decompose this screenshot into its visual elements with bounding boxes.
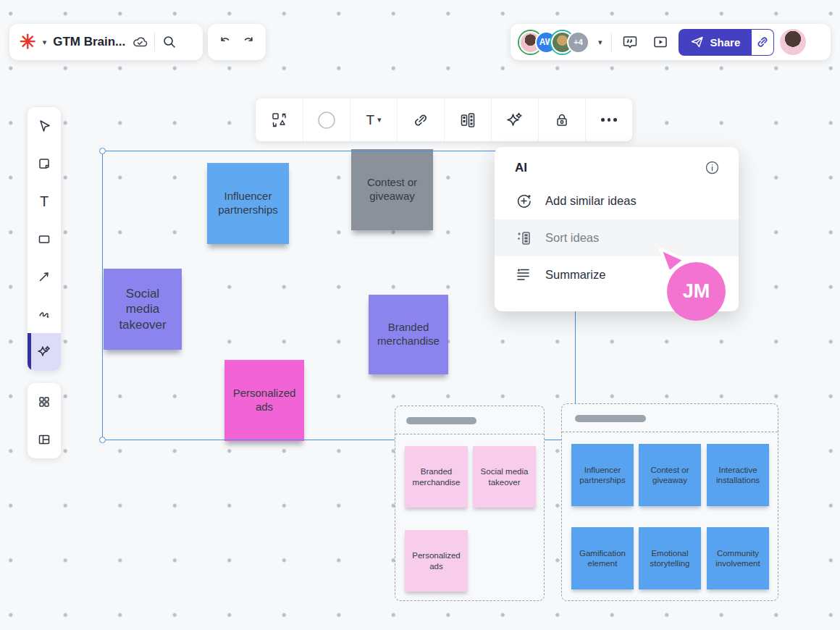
text-style-button[interactable]: T ▾ <box>350 98 397 141</box>
switch-shape-icon <box>270 111 289 130</box>
divider <box>154 33 155 51</box>
tools-panel: T <box>28 107 61 371</box>
sticky-note[interactable]: Interactive installations <box>707 444 769 506</box>
current-user-avatar[interactable] <box>780 29 806 55</box>
group-divider <box>395 434 544 434</box>
sticky-note[interactable]: Personalized ads <box>405 530 468 592</box>
color-button[interactable] <box>303 98 350 141</box>
more-options-button[interactable] <box>585 98 632 141</box>
grid-icon <box>37 395 51 409</box>
text-tool-button[interactable]: T <box>28 182 61 220</box>
selection-handle[interactable] <box>99 437 106 443</box>
collaborator-overflow-badge[interactable]: +4 <box>567 31 589 54</box>
text-style-icon: T <box>366 112 374 128</box>
sticky-note[interactable]: Community involvement <box>707 527 769 589</box>
sticky-note-tool-button[interactable] <box>28 145 61 182</box>
info-icon[interactable] <box>705 160 720 175</box>
color-circle-icon <box>316 110 337 130</box>
lock-button[interactable] <box>538 98 585 141</box>
doc-title[interactable]: GTM Brain... <box>53 35 125 49</box>
doc-menu-caret-icon[interactable]: ▾ <box>43 38 47 47</box>
add-similar-ideas-icon <box>515 192 533 210</box>
share-split-button: Share <box>679 29 775 56</box>
templates-button[interactable] <box>28 383 61 421</box>
sticky-note[interactable]: Branded merchandise <box>405 446 468 508</box>
collaborator-cursor: JM <box>648 243 692 286</box>
cursor-icon <box>37 119 51 133</box>
draw-tool-button[interactable] <box>28 295 61 333</box>
selection-handle[interactable] <box>99 148 106 154</box>
sticky-note[interactable]: Contest or giveaway <box>639 444 701 506</box>
sticky-note[interactable]: Influencer partnerships <box>571 444 634 506</box>
frameworks-button[interactable] <box>28 421 61 458</box>
select-tool-button[interactable] <box>28 107 61 145</box>
copy-link-button[interactable] <box>752 29 774 56</box>
cloud-saved-icon <box>132 34 148 50</box>
menu-item-label: Summarize <box>545 268 605 282</box>
document-card: ✳ ▾ GTM Brain... <box>9 24 203 60</box>
ai-menu-title: AI <box>515 161 527 175</box>
arrow-tool-button[interactable] <box>28 258 61 295</box>
text-style-caret-icon: ▾ <box>377 115 382 125</box>
group-title-placeholder <box>406 417 476 424</box>
sticky-note[interactable]: Social media takeover <box>473 446 536 508</box>
link-icon <box>412 112 429 129</box>
share-button[interactable]: Share <box>679 29 752 56</box>
sticky-note-icon <box>37 156 51 171</box>
rectangle-icon <box>37 232 51 246</box>
app-logo-icon[interactable]: ✳ <box>20 33 36 52</box>
scribble-icon <box>37 307 51 322</box>
menu-item-add-similar-ideas[interactable]: Add similar ideas <box>495 182 739 219</box>
lock-icon <box>553 112 571 129</box>
sticky-note[interactable]: Gamification element <box>571 527 634 589</box>
link-button[interactable] <box>397 98 444 141</box>
text-tool-icon: T <box>40 193 49 210</box>
shape-tool-button[interactable] <box>28 220 61 258</box>
group-title-placeholder <box>575 415 646 422</box>
ai-sparkle-icon <box>504 109 526 131</box>
undo-icon[interactable] <box>217 34 233 50</box>
video-walkthrough-icon[interactable] <box>648 33 673 51</box>
avatar-stack[interactable]: AW +4 <box>519 31 589 54</box>
ai-sparkle-icon <box>35 343 53 361</box>
ai-tool-button[interactable] <box>28 333 61 371</box>
context-toolbar: T ▾ <box>256 98 632 141</box>
group-divider <box>562 432 778 432</box>
switch-shape-button[interactable] <box>256 98 303 141</box>
paper-plane-icon <box>690 35 705 49</box>
sort-ideas-icon <box>515 229 533 247</box>
sticky-note[interactable]: Emotional storytelling <box>639 527 701 589</box>
group-sort-button[interactable] <box>444 98 491 141</box>
menu-item-label: Add similar ideas <box>545 194 637 208</box>
menu-item-label: Sort ideas <box>545 231 599 245</box>
redo-icon[interactable] <box>240 34 256 50</box>
search-icon[interactable] <box>161 34 177 50</box>
collaborators-caret-icon[interactable]: ▾ <box>598 38 602 47</box>
ai-button[interactable] <box>491 98 538 141</box>
menu-item-sort-ideas[interactable]: Sort ideas <box>495 219 739 256</box>
history-card <box>208 24 266 60</box>
arrow-icon <box>37 269 51 284</box>
comments-icon[interactable] <box>618 33 642 51</box>
collaboration-card: AW +4 ▾ Share <box>511 24 831 60</box>
group-columns-icon <box>458 111 477 130</box>
summarize-icon <box>515 266 533 284</box>
layout-icon <box>37 432 51 447</box>
divider <box>611 33 612 51</box>
apps-panel <box>28 383 61 458</box>
share-button-label: Share <box>710 36 741 49</box>
collaborator-cursor-label: JM <box>667 262 726 321</box>
more-icon <box>601 118 617 122</box>
